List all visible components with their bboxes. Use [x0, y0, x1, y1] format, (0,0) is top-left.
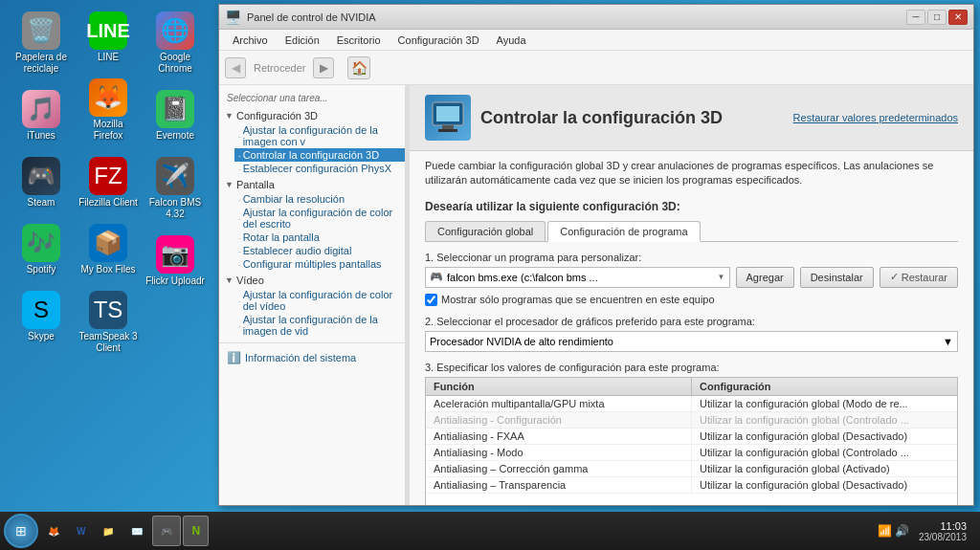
- forward-button[interactable]: ▶: [313, 57, 334, 78]
- tree-child-adjust-image-link[interactable]: Ajustar la configuración de la imagen co…: [243, 124, 401, 147]
- tree-pantalla-label[interactable]: ▼ Pantalla: [219, 177, 405, 192]
- settings-row-1[interactable]: Aceleración multipantalla/GPU mixta Util…: [426, 396, 957, 412]
- restore-program-button[interactable]: ✓ Restaurar: [880, 267, 958, 288]
- tree-change-res-link[interactable]: Cambiar la resolución: [243, 193, 345, 205]
- program-name: falcon bms.exe (c:\falcon bms ...: [447, 272, 598, 283]
- col-header-config: Configuración: [692, 378, 957, 395]
- taskbar-mail[interactable]: ✉️: [123, 516, 150, 546]
- settings-cell-func-5: Antialiasing – Corrección gamma: [426, 461, 692, 476]
- taskbar-nvidia[interactable]: N: [183, 516, 209, 546]
- tree-video-image-link[interactable]: Ajustar la configuración de la imagen de…: [243, 314, 401, 337]
- maximize-button[interactable]: □: [927, 10, 947, 25]
- tree-audio[interactable]: - Establecer audio digital: [234, 244, 405, 257]
- taskbar-system-icons: 📶 🔊: [878, 524, 909, 538]
- panel-section-title: Desearía utilizar la siguiente configura…: [425, 200, 958, 213]
- desktop-icon-chrome[interactable]: 🌐 Google Chrome: [142, 8, 209, 78]
- tree-video-children: - Ajustar la configuración de color del …: [234, 288, 405, 338]
- desktop-icon-flickr[interactable]: 📷 Flickr Uploadr: [142, 231, 209, 291]
- tree-child-control-config[interactable]: - Controlar la configuración 3D: [234, 148, 405, 162]
- taskbar-word[interactable]: W: [69, 516, 93, 546]
- tree-rotate[interactable]: - Rotar la pantalla: [234, 231, 405, 244]
- menu-ayuda[interactable]: Ayuda: [489, 33, 534, 48]
- tree-video-text: Vídeo: [236, 275, 264, 286]
- menu-edicion[interactable]: Edición: [278, 33, 327, 48]
- desktop-icon-steam[interactable]: 🎮 Steam: [8, 153, 75, 212]
- tree-config3d-label[interactable]: ▼ Configuración 3D: [219, 108, 405, 123]
- info-system-link[interactable]: ℹ️ Información del sistema: [227, 351, 397, 364]
- tree-color-config[interactable]: - Ajustar la configuración de color del …: [234, 206, 405, 231]
- desktop-icon-spotify[interactable]: 🎶 Spotify: [8, 220, 75, 279]
- desktop-icon-teamspeak[interactable]: TS TeamSpeak 3Client: [75, 287, 142, 358]
- desktop-icon-myboxfiles[interactable]: 📦 My Box Files: [75, 220, 142, 279]
- desktop-col2: LINE LINE 🦊 Mozilla Firefox FZ Filezilla…: [75, 8, 142, 358]
- taskbar-folder[interactable]: 📁: [95, 516, 122, 546]
- tree-color-config-link[interactable]: Ajustar la configuración de color del es…: [243, 207, 401, 230]
- panel-icon: [425, 95, 471, 141]
- restore-program-label: Restaurar: [902, 272, 947, 283]
- settings-row-5[interactable]: Antialiasing – Corrección gamma Utilizar…: [426, 461, 957, 477]
- info-icon: ℹ️: [227, 351, 241, 364]
- tree-change-res[interactable]: - Cambiar la resolución: [234, 192, 405, 206]
- sidebar-bottom: ℹ️ Información del sistema: [219, 342, 405, 372]
- settings-table-body[interactable]: Aceleración multipantalla/GPU mixta Util…: [426, 396, 957, 505]
- tree-child-control-config-label: Controlar la configuración 3D: [243, 149, 379, 161]
- tree-multi-screen[interactable]: - Configurar múltiples pantallas: [234, 257, 405, 271]
- settings-cell-config-1: Utilizar la configuración global (Modo d…: [692, 396, 957, 411]
- tree-child-physx-link[interactable]: Establecer configuración PhysX: [243, 163, 391, 174]
- close-button[interactable]: ✕: [948, 10, 968, 25]
- desktop-icon-firefox[interactable]: 🦊 Mozilla Firefox: [75, 75, 142, 145]
- minimize-button[interactable]: ─: [906, 10, 925, 25]
- desktop-icon-itunes[interactable]: 🎵 iTunes: [8, 86, 75, 145]
- settings-cell-func-3: Antialiasing - FXAA: [426, 429, 692, 444]
- desktop-icon-line[interactable]: LINE LINE: [75, 8, 142, 67]
- settings-label: 3. Especificar los valores de configurac…: [425, 362, 958, 373]
- restore-defaults-button[interactable]: Restaurar valores predeterminados: [793, 112, 958, 123]
- tree-video: ▼ Vídeo - Ajustar la configuración de co…: [219, 272, 405, 339]
- program-dropdown[interactable]: 🎮 falcon bms.exe (c:\falcon bms ... ▼: [425, 267, 730, 288]
- desktop-icon-skype[interactable]: S Skype: [8, 287, 75, 346]
- menu-archivo[interactable]: Archivo: [225, 33, 276, 48]
- uninstall-button[interactable]: Desinstalar: [800, 267, 874, 288]
- restore-check-icon: ✓: [890, 271, 899, 283]
- desktop-icon-evernote[interactable]: 📓 Evernote: [142, 86, 209, 145]
- settings-table: Función Configuración Aceleración multip…: [425, 377, 958, 505]
- settings-row-2[interactable]: Antialiasing - Configuración Utilizar la…: [426, 412, 957, 429]
- program-icon: 🎮: [430, 271, 443, 283]
- tree-child-adjust-image[interactable]: - Ajustar la configuración de la imagen …: [234, 123, 405, 148]
- tree-rotate-link[interactable]: Rotar la pantalla: [243, 231, 320, 243]
- home-button[interactable]: 🏠: [347, 56, 370, 79]
- desktop-icons-container: 🗑️ Papelera dereciclaje 🎵 iTunes 🎮 Steam…: [8, 8, 75, 505]
- start-icon: ⊞: [15, 523, 27, 539]
- start-button[interactable]: ⊞: [4, 514, 38, 548]
- desktop-icon-recyclebin[interactable]: 🗑️ Papelera dereciclaje: [8, 8, 75, 78]
- sidebar-task-label: Seleccionar una tarea...: [219, 89, 405, 107]
- tree-video-image[interactable]: - Ajustar la configuración de la imagen …: [234, 313, 405, 338]
- taskbar-steam-icon: 🎮: [161, 526, 172, 537]
- tab-program-config[interactable]: Configuración de programa: [547, 221, 700, 242]
- taskbar-firefox[interactable]: 🦊: [40, 516, 67, 546]
- tree-multi-screen-link[interactable]: Configurar múltiples pantallas: [243, 258, 382, 270]
- desktop-icon-filezilla[interactable]: FZ Filezilla Client: [75, 153, 142, 212]
- taskbar-clock[interactable]: 11:03 23/08/2013: [913, 520, 972, 542]
- tab-global-config[interactable]: Configuración global: [425, 221, 546, 241]
- show-only-checkbox[interactable]: [425, 294, 437, 306]
- gpu-section-label: 2. Seleccionar el procesador de gráficos…: [425, 316, 958, 327]
- tree-video-color-link[interactable]: Ajustar la configuración de color del ví…: [243, 289, 401, 312]
- desktop-icon-falcon[interactable]: ✈️ Falcon BMS 4.32: [142, 153, 209, 224]
- gpu-dropdown[interactable]: Procesador NVIDIA de alto rendimiento ▼: [425, 331, 958, 352]
- tree-video-label[interactable]: ▼ Vídeo: [219, 273, 405, 288]
- taskbar-steam[interactable]: 🎮: [152, 516, 181, 546]
- menu-config3d[interactable]: Configuración 3D: [390, 33, 487, 48]
- tree-pantalla: ▼ Pantalla - Cambiar la resolución - Aju…: [219, 176, 405, 272]
- taskbar-right: 📶 🔊 11:03 23/08/2013: [878, 520, 976, 542]
- settings-row-4[interactable]: Antialiasing - Modo Utilizar la configur…: [426, 445, 957, 461]
- back-button[interactable]: ◀: [225, 57, 246, 78]
- settings-row-3[interactable]: Antialiasing - FXAA Utilizar la configur…: [426, 429, 957, 445]
- tree-audio-link[interactable]: Establecer audio digital: [243, 245, 352, 256]
- settings-cell-config-3: Utilizar la configuración global (Desact…: [692, 429, 957, 444]
- add-button[interactable]: Agregar: [736, 267, 794, 288]
- settings-row-6[interactable]: Antialiasing – Transparencia Utilizar la…: [426, 477, 957, 494]
- tree-child-physx[interactable]: - Establecer configuración PhysX: [234, 162, 405, 175]
- tree-video-color[interactable]: - Ajustar la configuración de color del …: [234, 288, 405, 313]
- menu-escritorio[interactable]: Escritorio: [329, 33, 389, 48]
